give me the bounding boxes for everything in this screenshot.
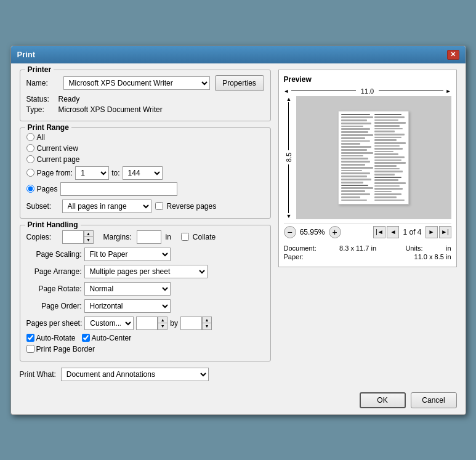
paper-value: 11.0 x 8.5 in — [414, 253, 451, 260]
right-panel: Preview ◄ 11.0 ► ▲ 8.5 — [278, 70, 457, 381]
page-order-label: Page Order: — [26, 302, 82, 310]
preview-ruler-h: ◄ 11.0 ► — [284, 87, 451, 95]
page-order-select[interactable]: Horizontal — [84, 299, 171, 313]
current-view-radio[interactable] — [26, 144, 34, 152]
print-what-row: Print What: Document and Annotations — [20, 368, 271, 381]
dialog-title: Print — [17, 50, 36, 59]
preview-content: ▲ 8.5 ▼ — [284, 96, 451, 219]
document-value: 8.3 x 11.7 in — [339, 244, 376, 252]
margins-input[interactable]: 0.1 — [137, 230, 161, 244]
print-handling-group: Print Handling Copies: 1 ▲ ▼ Margins: 0.… — [20, 225, 271, 361]
preview-area: Preview ◄ 11.0 ► ▲ 8.5 — [278, 70, 457, 267]
zoom-percentage: 65.95% — [299, 228, 326, 236]
properties-button[interactable]: Properties — [215, 75, 264, 91]
next-page-button[interactable]: ► — [426, 226, 438, 238]
last-page-button[interactable]: ►| — [439, 226, 451, 238]
print-handling-label: Print Handling — [25, 220, 81, 229]
current-page-radio[interactable] — [26, 155, 34, 163]
pages-label: Pages — [37, 185, 58, 193]
subset-select[interactable]: All pages in range — [62, 200, 151, 213]
current-view-label: Current view — [37, 144, 78, 153]
collate-checkbox[interactable] — [181, 233, 189, 241]
copies-input[interactable]: 1 — [62, 230, 84, 244]
first-page-button[interactable]: |◄ — [373, 226, 385, 238]
print-range-group: Print Range All Current view Current pag… — [20, 127, 271, 219]
zoom-controls: − 65.95% + — [284, 226, 341, 238]
per-sheet-num-up-button[interactable]: ▲ — [158, 317, 167, 323]
page-from-label: Page from: — [37, 169, 73, 177]
type-label: Type: — [26, 105, 58, 114]
per-sheet-denom-btns: ▲ ▼ — [202, 317, 212, 330]
zoom-out-button[interactable]: − — [284, 226, 296, 238]
per-sheet-group: Custom... 2 ▲ ▼ by 1 — [84, 317, 212, 330]
page-arrange-select[interactable]: Multiple pages per sheet — [84, 265, 208, 278]
units-label: Units: — [405, 244, 422, 252]
margins-row: Margins: 0.1 in — [103, 230, 171, 244]
per-sheet-row: Pages per sheet: Custom... 2 ▲ ▼ by — [26, 317, 264, 330]
type-value: Microsoft XPS Document Writer — [58, 105, 163, 114]
page-scaling-label: Page Scaling: — [26, 250, 82, 259]
copies-up-button[interactable]: ▲ — [84, 231, 93, 237]
print-range-label: Print Range — [25, 123, 71, 132]
preview-col-left — [341, 114, 373, 201]
auto-center-checkbox[interactable] — [82, 334, 90, 342]
ruler-v: ▲ 8.5 ▼ — [284, 96, 294, 219]
per-sheet-num-input[interactable]: 2 — [136, 317, 158, 330]
auto-rotate-checkbox[interactable] — [26, 334, 34, 342]
reverse-pages-label: Reverse pages — [167, 202, 217, 211]
per-sheet-num-down-button[interactable]: ▼ — [158, 323, 167, 329]
order-row: Page Order: Horizontal — [26, 299, 264, 313]
current-page-label: Current page — [37, 155, 80, 164]
print-border-label: Print Page Border — [36, 345, 95, 353]
copies-label: Copies: — [26, 233, 58, 241]
auto-center-label: Auto-Center — [92, 334, 132, 342]
auto-center-item: Auto-Center — [82, 334, 132, 342]
page-indicator: 1 of 4 — [403, 228, 421, 236]
copies-down-button[interactable]: ▼ — [84, 237, 93, 243]
auto-rotate-item: Auto-Rotate — [26, 334, 76, 342]
ruler-v-value: 8.5 — [285, 153, 292, 162]
preview-col-right — [374, 114, 406, 201]
pages-radio[interactable] — [26, 185, 34, 193]
close-button[interactable]: ✕ — [447, 50, 459, 60]
all-radio[interactable] — [26, 133, 34, 141]
margins-label: Margins: — [103, 233, 132, 241]
units-value: in — [446, 244, 451, 252]
page-scaling-select[interactable]: Fit to Paper — [84, 248, 171, 261]
border-row: Print Page Border — [26, 345, 264, 353]
print-what-label: Print What: — [20, 370, 56, 379]
print-what-select[interactable]: Document and Annotations — [61, 368, 209, 381]
per-sheet-denom-down-button[interactable]: ▼ — [203, 323, 211, 329]
per-sheet-denom-spinner: 1 ▲ ▼ — [180, 317, 212, 330]
per-sheet-denom-up-button[interactable]: ▲ — [203, 317, 211, 323]
pages-per-sheet-label: Pages per sheet: — [26, 319, 83, 328]
copies-spinner: 1 ▲ ▼ — [62, 230, 94, 244]
page-from-radio[interactable] — [26, 169, 34, 177]
all-radio-label: All — [37, 133, 45, 142]
printer-name-label: Name: — [26, 79, 58, 87]
per-sheet-num-spinner: 2 ▲ ▼ — [136, 317, 167, 330]
arrange-row: Page Arrange: Multiple pages per sheet — [26, 265, 264, 278]
ok-button[interactable]: OK — [360, 392, 406, 408]
custom-select[interactable]: Custom... — [84, 317, 134, 330]
page-from-select[interactable]: 1 — [75, 166, 109, 180]
page-rotate-select[interactable]: Normal — [84, 282, 171, 296]
rotate-row: Page Rotate: Normal — [26, 282, 264, 296]
doc-info: Document: 8.3 x 11.7 in Units: in Paper:… — [284, 244, 451, 260]
pages-input[interactable]: 16,1,14,3,12,5,10,7 — [60, 182, 177, 196]
cancel-button[interactable]: Cancel — [411, 392, 457, 408]
prev-page-button[interactable]: ◄ — [387, 226, 399, 238]
zoom-in-button[interactable]: + — [329, 226, 341, 238]
print-border-item: Print Page Border — [26, 345, 95, 353]
to-select[interactable]: 144 — [123, 166, 163, 180]
status-label: Status: — [26, 95, 58, 103]
reverse-pages-checkbox[interactable] — [155, 202, 163, 210]
status-value: Ready — [58, 95, 80, 103]
print-border-checkbox[interactable] — [26, 345, 34, 353]
scaling-row: Page Scaling: Fit to Paper — [26, 248, 264, 261]
left-panel: Printer Name: Microsoft XPS Document Wri… — [20, 70, 271, 381]
per-sheet-denom-input[interactable]: 1 — [180, 317, 202, 330]
copies-spinner-btns: ▲ ▼ — [84, 230, 94, 244]
margins-unit: in — [166, 233, 171, 241]
printer-name-select[interactable]: Microsoft XPS Document Writer — [63, 76, 210, 90]
